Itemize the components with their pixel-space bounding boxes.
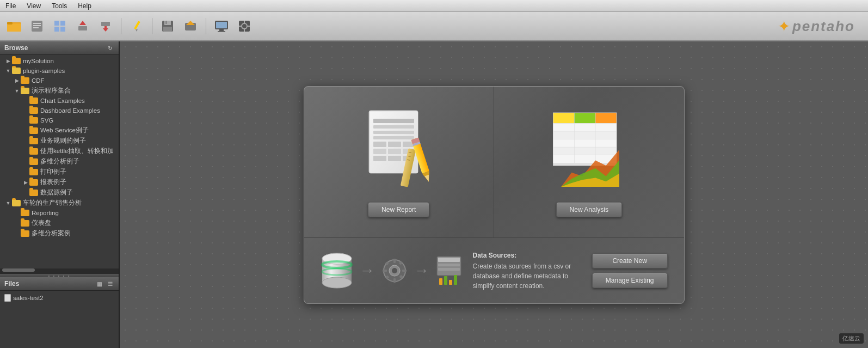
svg-rect-16	[134, 21, 140, 29]
publish-btn[interactable]	[181, 16, 200, 36]
tree-item-kettle[interactable]: ▶ 使用kettle抽取、转换和加	[0, 146, 119, 156]
tree-label-svg: SVG	[40, 117, 53, 124]
svg-rect-36	[373, 119, 414, 123]
welcome-top: New Report	[304, 87, 684, 238]
file-item-sales-test2[interactable]: sales-test2	[2, 293, 116, 303]
svg-rect-74	[553, 155, 575, 163]
save-btn[interactable]	[158, 16, 177, 36]
new-report-btn[interactable]: New Report	[368, 202, 429, 217]
menu-help[interactable]: Help	[76, 1, 94, 11]
datasource-arrow2-icon: →	[414, 262, 429, 279]
svg-marker-17	[136, 29, 138, 32]
tree-item-dashboard-examples[interactable]: ▶ Dashboard Examples	[0, 106, 119, 115]
create-new-btn[interactable]: Create New	[592, 253, 668, 268]
pentaho-text: pentaho	[792, 18, 855, 35]
tree-item-web-service[interactable]: ▶ Web Service例子	[0, 125, 119, 136]
tree-label-report-examples: 报表例子	[40, 178, 66, 186]
tree-label-reporting: Reporting	[32, 210, 59, 216]
folder-icon-bizrules	[29, 138, 38, 144]
new-report-icon-area	[355, 106, 442, 193]
tree-item-mysolution[interactable]: ▶ mySolution	[0, 56, 119, 66]
tree-item-plugin-samples[interactable]: ▼ plugin-samples	[0, 66, 119, 76]
tree-item-yanshi[interactable]: ▼ 演示程序集合	[0, 86, 119, 96]
tree-expander-datasrcex: ▶	[22, 189, 29, 197]
tree-h-scrollbar[interactable]	[0, 268, 119, 274]
tree-item-svg[interactable]: ▶ SVG	[0, 115, 119, 125]
svg-rect-60	[575, 113, 596, 123]
folder-icon-plugin-samples	[12, 68, 21, 74]
properties-btn[interactable]	[27, 16, 47, 36]
browse-header-actions: ↻	[106, 44, 114, 52]
menu-tools[interactable]: Tools	[50, 1, 69, 11]
tree-h-scrollbar-thumb[interactable]	[2, 268, 35, 272]
import-btn[interactable]	[73, 16, 93, 36]
toolbar-separator-2	[152, 18, 152, 34]
svg-rect-104	[454, 275, 457, 285]
file-icon-sales	[4, 294, 11, 302]
svg-rect-70	[595, 139, 617, 148]
svg-marker-15	[103, 28, 108, 32]
tree-label-cdf: CDF	[32, 77, 45, 84]
menu-file[interactable]: File	[3, 1, 18, 11]
tree-item-chart-examples[interactable]: ▶ Chart Examples	[0, 96, 119, 106]
monitor-btn[interactable]	[212, 16, 231, 36]
files-grid-btn[interactable]: ▦	[95, 279, 103, 288]
svg-rect-13	[101, 22, 110, 26]
tree-expander-kettle: ▶	[22, 148, 29, 155]
new-analysis-btn[interactable]: New Analysis	[556, 202, 622, 217]
svg-rect-72	[575, 147, 596, 155]
files-panel: Files ▦ ☰ sales-test2	[0, 277, 119, 348]
svg-rect-2	[7, 22, 13, 25]
tree-item-olap2[interactable]: ▶ 多维分析案例	[0, 228, 119, 239]
svg-rect-7	[54, 21, 59, 26]
svg-rect-8	[60, 21, 65, 26]
tree-expander-mysolution[interactable]: ▶	[4, 57, 12, 65]
tree-expander-vehicle[interactable]: ▼	[4, 199, 12, 207]
settings-btn[interactable]	[235, 16, 254, 36]
svg-rect-99	[438, 264, 460, 266]
svg-rect-30	[244, 21, 245, 23]
folder-icon-kettle	[29, 148, 38, 155]
grid-btn[interactable]	[50, 16, 70, 36]
svg-rect-21	[163, 27, 172, 32]
svg-rect-59	[553, 113, 575, 123]
files-panel-header: Files ▦ ☰	[0, 277, 119, 291]
tree-item-print[interactable]: ▶ 打印例子	[0, 167, 119, 177]
menu-view[interactable]: View	[24, 1, 43, 11]
tree-expander-reportex[interactable]: ▶	[22, 179, 29, 186]
files-content[interactable]: sales-test2	[0, 291, 119, 348]
tree-item-cdf[interactable]: ▶ CDF	[0, 76, 119, 86]
tree-item-dashboard2[interactable]: ▶ 仪表盘	[0, 218, 119, 228]
new-analysis-section[interactable]: New Analysis	[494, 87, 684, 237]
tree-expander-cdf[interactable]: ▶	[13, 77, 21, 84]
new-report-section[interactable]: New Report	[304, 87, 495, 237]
svg-rect-46	[373, 156, 386, 161]
pencil-btn[interactable]	[127, 16, 146, 36]
browse-refresh-btn[interactable]: ↻	[106, 44, 114, 52]
tree-expander-plugin-samples[interactable]: ▼	[4, 67, 12, 75]
browse-panel: Browse ↻ ▶ mySolution ▼ plug	[0, 41, 119, 274]
manage-existing-btn[interactable]: Manage Existing	[592, 273, 668, 288]
export-btn[interactable]	[96, 16, 115, 36]
open-folder-btn[interactable]	[4, 16, 24, 36]
svg-rect-38	[373, 131, 414, 134]
tree-expander-reporting: ▶	[13, 209, 21, 217]
tree-item-olap[interactable]: ▶ 多维分析例子	[0, 156, 119, 167]
tree-item-reporting[interactable]: ▶ Reporting	[0, 208, 119, 218]
datasource-gear-icon	[381, 258, 408, 284]
tree-item-report-examples[interactable]: ▶ 报表例子	[0, 177, 119, 187]
datasource-text: Data Sources: Create data sources from a…	[473, 251, 581, 291]
files-list-btn[interactable]: ☰	[106, 279, 114, 288]
tree-expander-dashboard: ▶	[22, 107, 29, 114]
folder-icon-reporting	[21, 210, 29, 216]
tree-container[interactable]: ▶ mySolution ▼ plugin-samples ▶ CDF	[0, 55, 119, 268]
svg-rect-90	[393, 278, 396, 283]
tree-item-business-rules[interactable]: ▶ 业务规则的例子	[0, 136, 119, 146]
tree-item-datasource[interactable]: ▶ 数据源例子	[0, 187, 119, 198]
folder-icon-olap2	[21, 230, 29, 237]
folder-icon-reportex	[29, 179, 38, 186]
tree-expander-yanshi[interactable]: ▼	[13, 87, 21, 95]
svg-rect-91	[383, 270, 387, 272]
tree-item-vehicle[interactable]: ▼ 车轮的生产销售分析	[0, 198, 119, 208]
new-report-icon	[358, 108, 440, 192]
